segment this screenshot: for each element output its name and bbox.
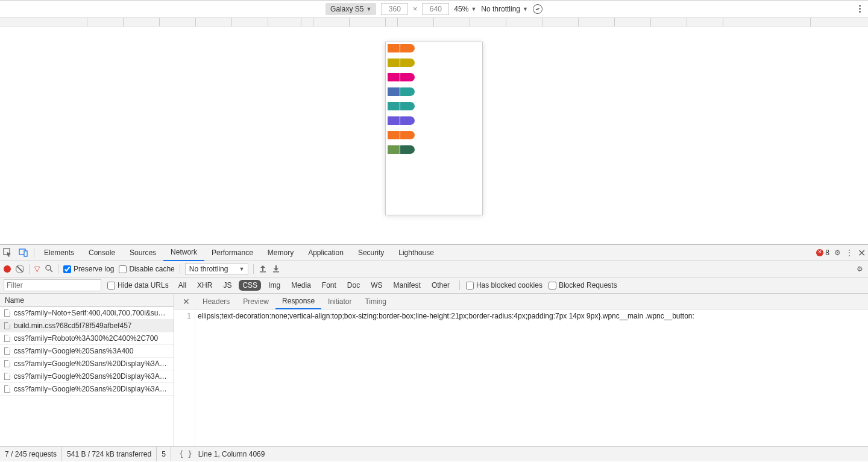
tab-security[interactable]: Security — [351, 245, 391, 261]
kebab-menu-icon[interactable]: ⋮ — [846, 248, 853, 257]
detail-tab-response[interactable]: Response — [275, 294, 321, 309]
svg-line-4 — [50, 270, 52, 272]
preview-card — [388, 145, 480, 154]
filter-chip-ws[interactable]: WS — [367, 280, 386, 291]
pretty-print-icon[interactable]: { } — [179, 450, 192, 458]
clear-icon[interactable] — [16, 265, 24, 273]
request-name: css?family=Noto+Serif:400,400i,700,700i&… — [14, 309, 165, 317]
preview-card — [388, 73, 480, 81]
hide-data-urls-checkbox[interactable]: Hide data URLs — [107, 281, 169, 290]
status-transferred: 541 B / 724 kB transferred — [62, 447, 157, 461]
disable-cache-checkbox[interactable]: Disable cache — [119, 265, 174, 273]
file-icon — [4, 373, 10, 380]
preview-card — [388, 44, 480, 52]
viewport-area: · · · · · · · · — [0, 27, 868, 244]
gear-icon[interactable]: ⚙ — [834, 248, 841, 257]
tab-lighthouse[interactable]: Lighthouse — [391, 245, 441, 261]
inspect-element-icon[interactable] — [0, 245, 16, 261]
network-throttling-select[interactable]: No throttling ▼ — [185, 263, 249, 275]
request-name: css?family=Roboto%3A300%2C400%2C700 — [14, 334, 158, 343]
device-throttling-select[interactable]: No throttling ▼ — [481, 5, 528, 13]
devtools-main-tabs: ElementsConsoleSourcesNetworkPerformance… — [0, 245, 868, 261]
device-select[interactable]: Galaxy S5 ▼ — [326, 3, 376, 15]
upload-icon[interactable] — [259, 264, 267, 274]
filter-input[interactable] — [4, 279, 101, 291]
tab-console[interactable]: Console — [81, 245, 122, 261]
chevron-down-icon: ▼ — [239, 266, 244, 272]
detail-tabs: ✕ HeadersPreviewResponseInitiatorTiming — [174, 294, 868, 309]
code-text: ellipsis;text-decoration:none;vertical-a… — [195, 309, 868, 446]
detail-pane: ✕ HeadersPreviewResponseInitiatorTiming … — [174, 294, 868, 446]
file-icon — [4, 347, 10, 355]
request-row[interactable]: css?family=Noto+Serif:400,400i,700,700i&… — [0, 307, 174, 320]
width-input[interactable] — [381, 3, 408, 15]
close-icon[interactable]: ✕ — [858, 247, 866, 259]
zoom-select[interactable]: 45% ▼ — [454, 5, 476, 13]
preview-card — [388, 116, 480, 125]
file-icon — [4, 360, 10, 367]
cursor-position: Line 1, Column 4069 — [198, 450, 265, 458]
filter-chip-img[interactable]: Img — [265, 280, 284, 291]
file-icon — [4, 309, 10, 317]
request-row[interactable]: build.min.css?68cd5f78f549afbef457 — [0, 320, 174, 332]
detail-tab-initiator[interactable]: Initiator — [321, 294, 358, 309]
response-code-area[interactable]: 1 ellipsis;text-decoration:none;vertical… — [174, 309, 868, 446]
error-count: 8 — [825, 248, 829, 257]
rotate-icon[interactable] — [532, 3, 544, 16]
filter-chip-all[interactable]: All — [175, 280, 190, 291]
request-row[interactable]: css?family=Google%20Sans%20Display%3A… — [0, 370, 174, 383]
preview-card-label: · — [388, 69, 480, 72]
height-input[interactable] — [422, 3, 449, 15]
request-row[interactable]: css?family=Google%20Sans%20Display%3A… — [0, 383, 174, 396]
detail-tab-preview[interactable]: Preview — [236, 294, 275, 309]
has-blocked-cookies-checkbox[interactable]: Has blocked cookies — [466, 281, 542, 290]
preview-card — [388, 59, 480, 67]
request-row[interactable]: css?family=Roboto%3A300%2C400%2C700 — [0, 332, 174, 345]
filter-chip-media[interactable]: Media — [288, 280, 315, 291]
has-blocked-cookies-label: Has blocked cookies — [476, 281, 542, 290]
file-icon — [4, 385, 10, 393]
filter-chip-doc[interactable]: Doc — [344, 280, 363, 291]
filter-chip-js[interactable]: JS — [219, 280, 235, 291]
preserve-log-checkbox[interactable]: Preserve log — [63, 265, 114, 273]
gear-icon[interactable]: ⚙ — [857, 265, 863, 273]
status-requests: 7 / 245 requests — [0, 447, 62, 461]
device-toolbar: Galaxy S5 ▼ × 45% ▼ No throttling ▼ — [0, 0, 868, 18]
tab-memory[interactable]: Memory — [260, 245, 301, 261]
tab-sources[interactable]: Sources — [122, 245, 163, 261]
filter-icon[interactable]: ▽ — [34, 265, 40, 273]
request-row[interactable]: css?family=Google%20Sans%3A400 — [0, 345, 174, 358]
filter-chip-manifest[interactable]: Manifest — [390, 280, 424, 291]
download-icon[interactable] — [272, 264, 280, 274]
filter-bar: Hide data URLs AllXHRJSCSSImgMediaFontDo… — [0, 277, 868, 294]
tab-network[interactable]: Network — [163, 245, 204, 261]
request-name: css?family=Google%20Sans%20Display%3A… — [14, 385, 167, 393]
devtools-panel: ElementsConsoleSourcesNetworkPerformance… — [0, 244, 868, 461]
search-icon[interactable] — [45, 264, 53, 274]
blocked-requests-label: Blocked Requests — [559, 281, 617, 290]
tab-application[interactable]: Application — [301, 245, 351, 261]
filter-chip-css[interactable]: CSS — [239, 280, 261, 291]
blocked-requests-checkbox[interactable]: Blocked Requests — [549, 281, 617, 290]
filter-chip-other[interactable]: Other — [428, 280, 453, 291]
line-gutter: 1 — [174, 309, 195, 446]
request-list-header[interactable]: Name — [0, 294, 174, 307]
tab-elements[interactable]: Elements — [37, 245, 81, 261]
request-row[interactable]: css?family=Google%20Sans%20Display%3A… — [0, 358, 174, 370]
close-icon[interactable]: ✕ — [177, 297, 196, 306]
record-icon[interactable] — [4, 265, 11, 273]
error-badge[interactable]: 8 — [816, 248, 829, 257]
request-name: css?family=Google%20Sans%20Display%3A… — [14, 359, 167, 368]
tab-performance[interactable]: Performance — [204, 245, 260, 261]
error-circle-icon — [816, 249, 823, 256]
detail-tab-timing[interactable]: Timing — [358, 294, 393, 309]
toggle-device-icon[interactable] — [16, 245, 31, 261]
device-frame[interactable]: · · · · · · · · — [385, 42, 483, 215]
request-name: css?family=Google%20Sans%20Display%3A… — [14, 372, 167, 381]
preview-card-label: · — [388, 156, 480, 159]
filter-chip-font[interactable]: Font — [318, 280, 340, 291]
preview-card-label: · — [388, 54, 480, 57]
filter-chip-xhr[interactable]: XHR — [193, 280, 216, 291]
kebab-menu-icon[interactable] — [859, 5, 861, 13]
detail-tab-headers[interactable]: Headers — [196, 294, 236, 309]
